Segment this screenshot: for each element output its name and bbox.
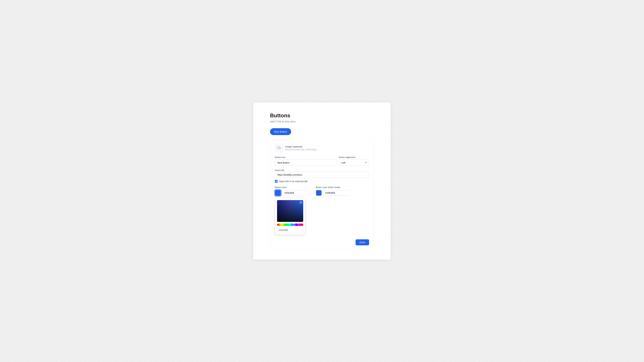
button-color-dark-swatch[interactable] [316,190,322,196]
button-color-hex-input[interactable] [282,190,309,196]
external-tab-row[interactable]: Open link in an external tab [275,180,369,183]
color-picker-popup [275,198,305,235]
upload-icon-box[interactable] [275,144,283,152]
image-upload-area[interactable]: Image (optional) Recommended size: 200X2… [275,144,369,152]
hex-display-input[interactable] [277,228,303,232]
page-title: Buttons [270,112,374,119]
image-optional-label: Image (optional) [285,145,317,148]
page-subtitle: Add CTAs to your docs [270,120,374,123]
image-hint: Recommended size: 200X200px [285,148,317,151]
hue-handle[interactable] [293,223,295,226]
alignment-select[interactable]: Left Center Right [339,160,369,166]
button-alignment-label: Button alignment [339,156,369,159]
button-text-label: Button text [275,156,336,159]
button-color-input-row [275,190,309,196]
button-color-dark-hex-input[interactable] [323,190,350,196]
button-alignment-group: Button alignment Left Center Right [339,156,369,166]
button-color-label: Button color [275,186,309,189]
preview-button[interactable]: New Button [270,128,291,135]
button-text-group: Button text [275,156,336,166]
external-tab-label: Open link in an external tab [279,180,308,183]
button-color-swatch[interactable] [275,190,281,196]
link-input[interactable] [275,172,369,178]
external-tab-checkbox[interactable] [275,180,278,183]
done-button[interactable]: Done [356,239,369,245]
insert-link-label: Insert link [275,169,284,171]
gradient-handle[interactable] [300,201,302,203]
form-card: Image (optional) Recommended size: 200X2… [270,140,374,250]
hue-slider[interactable] [277,224,303,226]
clearfix: Done [275,238,369,245]
alignment-select-wrapper[interactable]: Left Center Right [339,160,369,166]
upload-icon [277,146,281,150]
image-info: Image (optional) Recommended size: 200X2… [285,145,317,151]
button-color-dark-input-row [316,190,350,196]
button-color-dark-label: Button color (Dark mode) [316,186,350,189]
color-gradient-area[interactable] [277,200,303,222]
button-text-input[interactable] [275,160,336,166]
color-section: Button color Button color (Da [275,186,369,235]
button-color-dark-group: Button color (Dark mode) [316,186,350,196]
insert-link-group: Insert link [275,169,369,178]
button-text-row: Button text Button alignment Left Center… [275,156,369,166]
link-input-wrapper [275,172,369,178]
button-color-group: Button color [275,186,309,235]
page-container: Buttons Add CTAs to your docs New Button… [253,102,391,260]
